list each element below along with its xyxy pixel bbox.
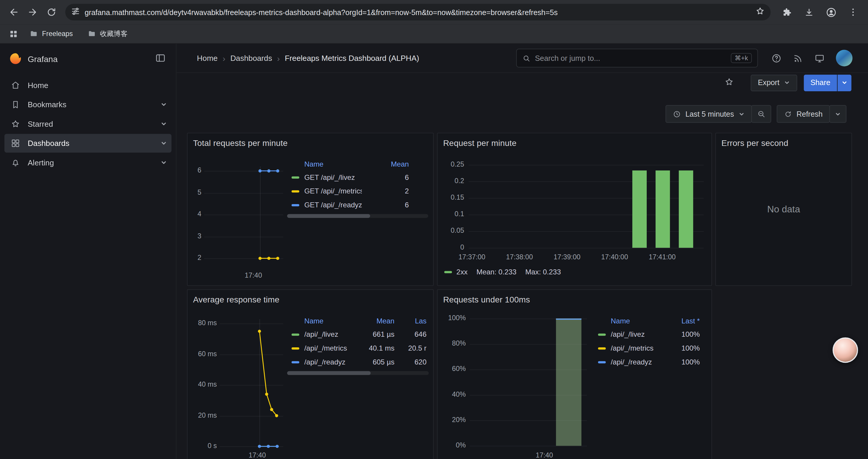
- url-bar[interactable]: grafana.mathmast.com/d/deytv4rwavabkb/fr…: [65, 4, 771, 21]
- legend-series-name[interactable]: 2xx: [457, 268, 468, 276]
- legend-header-mean[interactable]: Mean: [360, 317, 395, 325]
- refresh-label: Refresh: [797, 110, 823, 118]
- share-dropdown-icon[interactable]: [838, 74, 851, 91]
- legend-scrollbar[interactable]: [287, 371, 429, 375]
- profile-icon[interactable]: [822, 3, 840, 22]
- sidebar-item-dashboards[interactable]: Dashboards: [4, 134, 172, 153]
- legend-row: /api/_/livez 100%: [593, 328, 706, 341]
- legend-last-value: 100%: [661, 358, 704, 366]
- chevron-down-icon[interactable]: [160, 140, 167, 146]
- sidebar-item-alerting[interactable]: Alerting: [4, 153, 172, 172]
- browser-forward-button[interactable]: [23, 3, 42, 22]
- y-axis-tick: 0.1: [438, 210, 464, 218]
- refresh-button[interactable]: Refresh: [777, 105, 830, 123]
- monitor-icon[interactable]: [814, 53, 825, 64]
- y-axis-tick: 20 ms: [188, 412, 217, 419]
- bookmark-folder-blogs[interactable]: 收藏博客: [83, 28, 132, 40]
- legend-series-name[interactable]: /api/_/metrics: [304, 344, 360, 352]
- sidebar-item-label: Bookmarks: [28, 100, 66, 109]
- apps-grid-icon[interactable]: [8, 29, 19, 38]
- breadcrumb-home[interactable]: Home: [197, 54, 218, 63]
- share-button[interactable]: Share: [804, 74, 837, 91]
- export-button[interactable]: Export: [751, 74, 797, 91]
- x-axis-tick: 17:37:00: [447, 254, 497, 261]
- grid-line: [204, 258, 283, 259]
- extensions-icon[interactable]: [777, 3, 796, 22]
- news-rss-icon[interactable]: [793, 53, 803, 64]
- dashboard-canvas: Last 5 minutes Refresh: [176, 93, 868, 459]
- legend-header-name[interactable]: Name: [611, 317, 661, 325]
- chevron-down-icon[interactable]: [160, 159, 167, 166]
- bookmark-folder-freeleaps[interactable]: Freeleaps: [25, 28, 77, 40]
- legend-scrollbar[interactable]: [287, 214, 428, 218]
- dashboards-grid-icon: [10, 138, 21, 148]
- panel-request-per-minute[interactable]: Request per minute 0.250.20.150.10.05017…: [437, 133, 712, 286]
- scrollbar-thumb[interactable]: [287, 371, 371, 375]
- help-icon[interactable]: [771, 53, 782, 64]
- search-input[interactable]: Search or jump to... ⌘+k: [516, 49, 758, 68]
- browser-menu-icon[interactable]: [844, 3, 863, 22]
- bookmark-star-icon[interactable]: [755, 6, 765, 18]
- chevron-down-icon[interactable]: [160, 101, 167, 108]
- browser-reload-button[interactable]: [42, 3, 61, 22]
- legend-mean-value: 605 µs: [360, 358, 395, 366]
- series-color-chip: [291, 204, 299, 206]
- panel-errors-per-second[interactable]: Errors per second No data: [715, 133, 852, 286]
- x-axis-tick: 17:41:00: [637, 254, 687, 261]
- sidebar-item-bookmarks[interactable]: Bookmarks: [4, 95, 172, 114]
- scrollbar-thumb[interactable]: [287, 214, 370, 218]
- download-icon[interactable]: [800, 3, 818, 22]
- time-controls: Last 5 minutes Refresh: [665, 105, 846, 123]
- legend-header-last[interactable]: Last *: [661, 317, 704, 325]
- chevron-down-icon: [738, 111, 745, 117]
- sidebar-item-label: Home: [28, 80, 49, 90]
- refresh-interval-dropdown[interactable]: [829, 105, 846, 123]
- share-split-button: Share: [804, 74, 851, 91]
- legend-series-name[interactable]: /api/_/readyz: [611, 358, 661, 366]
- no-data-message: No data: [716, 133, 851, 285]
- legend-series-name[interactable]: GET /api/_/readyz: [304, 201, 362, 209]
- breadcrumb-separator: ›: [222, 54, 225, 63]
- series-color-chip: [598, 347, 606, 349]
- legend-series-name[interactable]: /api/_/readyz: [304, 358, 360, 366]
- chevron-down-icon: [835, 111, 841, 117]
- panel-total-requests[interactable]: Total requests per minute 6543217:40 Nam…: [187, 133, 434, 286]
- y-axis-tick: 0.25: [438, 160, 464, 168]
- sidebar-item-home[interactable]: Home: [4, 76, 172, 95]
- zoom-out-button[interactable]: [751, 105, 771, 123]
- site-settings-icon[interactable]: [71, 6, 80, 18]
- legend-mean-value: 661 µs: [360, 330, 395, 338]
- time-range-label: Last 5 minutes: [685, 110, 734, 118]
- time-range-picker[interactable]: Last 5 minutes: [665, 105, 752, 123]
- series-color-chip: [291, 190, 299, 192]
- legend-header-name[interactable]: Name: [304, 317, 360, 325]
- browser-toolbar: grafana.mathmast.com/d/deytv4rwavabkb/fr…: [0, 0, 868, 24]
- grid-line: [469, 215, 704, 215]
- grid-line: [469, 198, 704, 198]
- breadcrumb-dashboards[interactable]: Dashboards: [230, 54, 272, 63]
- legend-series-name[interactable]: /api/_/metrics: [611, 344, 661, 352]
- legend-header-name[interactable]: Name: [304, 160, 362, 168]
- legend-series-name[interactable]: /api/_/livez: [304, 330, 360, 338]
- browser-back-button[interactable]: [4, 3, 23, 22]
- assistant-floating-avatar[interactable]: [833, 337, 858, 363]
- legend-series-name[interactable]: GET /api/_/livez: [304, 173, 362, 182]
- legend-header-last[interactable]: Las: [395, 317, 427, 325]
- legend-header-mean[interactable]: Mean: [362, 160, 426, 168]
- legend-series-name[interactable]: GET /api/_/metrics: [304, 187, 362, 195]
- panel-requests-under-100ms[interactable]: Requests under 100ms 100%80%60%40%20%0%1…: [437, 289, 712, 459]
- bookmark-label: 收藏博客: [100, 29, 128, 38]
- screen: grafana.mathmast.com/d/deytv4rwavabkb/fr…: [0, 0, 868, 459]
- x-axis-tick: 17:38:00: [495, 254, 545, 261]
- favorite-star-icon[interactable]: [722, 75, 737, 91]
- chevron-down-icon[interactable]: [160, 121, 167, 127]
- grid-line: [469, 182, 704, 182]
- panel-average-response-time[interactable]: Average response time 80 ms60 ms40 ms20 …: [187, 289, 434, 459]
- toolbar-right: [777, 3, 862, 22]
- sidebar-collapse-icon[interactable]: [153, 50, 168, 67]
- user-avatar[interactable]: [836, 50, 852, 66]
- sidebar-item-starred[interactable]: Starred: [4, 114, 172, 133]
- grid-line: [204, 193, 283, 194]
- chevron-down-icon: [784, 80, 790, 86]
- legend-series-name[interactable]: /api/_/livez: [611, 330, 661, 338]
